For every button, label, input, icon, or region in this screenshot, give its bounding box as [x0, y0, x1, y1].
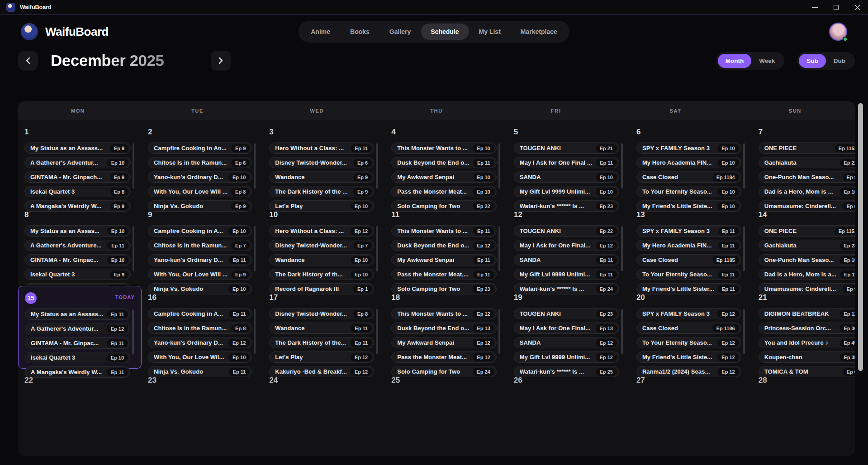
episode-chip[interactable]: The Dark History of the ... Ep 9 — [269, 186, 374, 197]
day-cell[interactable]: 5 TOUGEN ANKI Ep 21 May I Ask for One Fi… — [508, 120, 630, 203]
episode-chip[interactable]: Isekai Quartet 3 Ep 9 — [24, 269, 131, 280]
cell-scrollbar[interactable] — [376, 226, 378, 271]
episode-chip[interactable]: My Awkward Senpai Ep 10 — [391, 171, 497, 183]
episode-chip[interactable]: With You, Our Love Will ... Ep 8 — [148, 186, 252, 197]
episode-chip[interactable]: Isekai Quartet 3 Ep 10 — [25, 352, 130, 363]
day-cell[interactable]: 8 My Status as an Assas... Ep 10 A Gathe… — [18, 203, 142, 286]
audio-dub[interactable]: Dub — [826, 54, 853, 68]
episode-chip[interactable]: Gachiakuta Ep 23 — [759, 240, 855, 251]
episode-chip[interactable]: GINTAMA - Mr. Ginpac... Ep 10 — [24, 254, 131, 266]
day-cell[interactable]: 18 This Monster Wants to ... Ep 12 Dusk … — [385, 286, 508, 369]
tab-schedule[interactable]: Schedule — [421, 24, 469, 40]
episode-chip[interactable]: Pass the Monster Meat,... Ep 11 — [391, 269, 497, 280]
episode-chip[interactable]: Princess-Session Orc... Ep 36 — [759, 323, 855, 334]
episode-chip[interactable]: My Status as an Assas... Ep 10 — [24, 225, 131, 237]
episode-chip[interactable]: Dusk Beyond the End o... Ep 12 — [391, 240, 497, 251]
episode-chip[interactable]: This Monster Wants to ... Ep 10 — [391, 142, 497, 154]
episode-chip[interactable]: Hero Without a Class: ... Ep 12 — [269, 225, 374, 237]
episode-chip[interactable]: May I Ask for One Final... Ep 12 — [514, 240, 619, 251]
cell-scrollbar[interactable] — [498, 143, 500, 189]
episode-chip[interactable]: SANDA Ep 12 — [514, 337, 619, 348]
cell-scrollbar[interactable] — [254, 143, 256, 189]
episode-chip[interactable]: SANDA Ep 11 — [514, 254, 619, 266]
episode-chip[interactable]: A Gatherer's Adventur... Ep 10 — [24, 157, 131, 168]
day-cell[interactable]: 15 TODAY My Status as an Assass... Ep 11… — [18, 286, 142, 369]
day-cell[interactable]: 12 TOUGEN ANKI Ep 22 May I Ask for One F… — [508, 203, 630, 286]
cell-scrollbar[interactable] — [621, 309, 623, 354]
vertical-scrollbar[interactable] — [858, 103, 863, 371]
cell-scrollbar[interactable] — [376, 309, 378, 354]
episode-chip[interactable]: Campfire Cooking in A... Ep 10 — [148, 225, 252, 237]
episode-chip[interactable]: Disney Twisted-Wonder... Ep 7 — [269, 240, 374, 251]
episode-chip[interactable]: The Dark History of the... Ep 11 — [269, 337, 374, 348]
day-cell[interactable]: 6 SPY x FAMILY Season 3 Ep 10 My Hero Ac… — [630, 120, 752, 203]
episode-chip[interactable]: Yano-kun's Ordinary D... Ep 12 — [148, 337, 252, 348]
user-avatar[interactable] — [829, 23, 847, 41]
day-cell[interactable]: 7 ONE PIECE Ep 1152 Gachiakuta Ep 22 One… — [752, 120, 855, 203]
day-cell[interactable]: 17 Disney Twisted-Wonder... Ep 8 Wandanc… — [263, 286, 385, 369]
audio-sub[interactable]: Sub — [799, 54, 826, 68]
day-cell[interactable]: 24 — [263, 369, 385, 451]
day-cell[interactable]: 28 — [752, 369, 855, 451]
day-cell[interactable]: 20 SPY x FAMILY Season 3 Ep 12 Case Clos… — [630, 286, 752, 369]
view-week[interactable]: Week — [751, 54, 783, 68]
episode-chip[interactable]: Case Closed Ep 1185 — [636, 254, 741, 266]
episode-chip[interactable]: Koupen-chan Ep 38 — [759, 351, 855, 363]
view-month[interactable]: Month — [718, 54, 751, 68]
day-cell[interactable]: 19 TOUGEN ANKI Ep 23 May I Ask for One F… — [508, 286, 630, 369]
tab-gallery[interactable]: Gallery — [379, 24, 421, 40]
episode-chip[interactable]: SPY x FAMILY Season 3 Ep 10 — [636, 142, 741, 154]
episode-chip[interactable]: My Status as an Assass... Ep 11 — [25, 308, 130, 320]
episode-chip[interactable]: My Gift Lvl 9999 Unlimi... Ep 11 — [514, 269, 619, 280]
episode-chip[interactable]: Pass the Monster Meat... Ep 10 — [391, 186, 497, 197]
episode-chip[interactable]: This Monster Wants to ... Ep 11 — [391, 225, 497, 237]
episode-chip[interactable]: The Dark History of th... Ep 10 — [269, 269, 374, 280]
episode-chip[interactable]: SPY x FAMILY Season 3 Ep 11 — [636, 225, 741, 237]
episode-chip[interactable]: SANDA Ep 10 — [514, 171, 619, 183]
cell-scrollbar[interactable] — [133, 143, 134, 189]
day-cell[interactable]: 10 Hero Without a Class: ... Ep 12 Disne… — [263, 203, 385, 286]
episode-chip[interactable]: TOUGEN ANKI Ep 23 — [514, 308, 619, 319]
cell-scrollbar[interactable] — [743, 143, 745, 189]
tab-my-list[interactable]: My List — [469, 24, 511, 40]
cell-scrollbar[interactable] — [743, 309, 745, 354]
episode-chip[interactable]: To Your Eternity Seaso... Ep 12 — [636, 337, 741, 348]
episode-chip[interactable]: DIGIMON BEATBREAK Ep 12 — [759, 308, 855, 319]
episode-chip[interactable]: Campfire Cooking in A... Ep 11 — [148, 308, 252, 319]
close-button[interactable] — [847, 0, 868, 14]
episode-chip[interactable]: With You, Our Love Wil... Ep 10 — [148, 351, 252, 363]
episode-chip[interactable]: My Hero Academia FIN... Ep 11 — [636, 240, 741, 251]
episode-chip[interactable]: One-Punch Man Seaso... Ep 9 — [759, 171, 855, 183]
episode-chip[interactable]: This Monster Wants to ... Ep 12 — [391, 308, 497, 319]
minimize-button[interactable] — [804, 0, 825, 14]
day-cell[interactable]: 1 My Status as an Assass... Ep 9 A Gathe… — [18, 120, 142, 203]
next-month-button[interactable] — [211, 51, 231, 71]
day-cell[interactable]: 4 This Monster Wants to ... Ep 10 Dusk B… — [385, 120, 508, 203]
cell-scrollbar[interactable] — [498, 226, 500, 271]
episode-chip[interactable]: Chitose Is in the Ramun... Ep 8 — [148, 323, 252, 334]
episode-chip[interactable]: To Your Eternity Seaso... Ep 10 — [636, 186, 741, 197]
cell-scrollbar[interactable] — [743, 226, 745, 271]
day-cell[interactable]: 2 Campfire Cooking in An... Ep 9 Chitose… — [142, 120, 263, 203]
day-cell[interactable]: 13 SPY x FAMILY Season 3 Ep 11 My Hero A… — [630, 203, 752, 286]
episode-chip[interactable]: SPY x FAMILY Season 3 Ep 12 — [636, 308, 741, 319]
cell-scrollbar[interactable] — [254, 309, 256, 354]
day-cell[interactable]: 14 ONE PIECE Ep 1153 Gachiakuta Ep 23 On… — [752, 203, 855, 286]
episode-chip[interactable]: My Gift Lvl 9999 Unlimi... Ep 10 — [514, 186, 619, 197]
episode-chip[interactable]: My Awkward Senpai Ep 12 — [391, 337, 497, 348]
episode-chip[interactable]: Pass the Monster Meat... Ep 12 — [391, 351, 497, 363]
episode-chip[interactable]: Disney Twisted-Wonder... Ep 6 — [269, 157, 374, 168]
episode-chip[interactable]: Gachiakuta Ep 22 — [759, 157, 855, 168]
episode-chip[interactable]: Chitose Is in the Ramun... Ep 6 — [148, 157, 252, 168]
episode-chip[interactable]: Disney Twisted-Wonder... Ep 8 — [269, 308, 374, 319]
episode-chip[interactable]: Dad is a Hero, Mom is a... Ep 11 — [759, 269, 855, 280]
episode-chip[interactable]: Yano-kun's Ordinary D... Ep 11 — [148, 254, 252, 266]
episode-chip[interactable]: May I Ask for One Final... Ep 13 — [514, 323, 619, 334]
maximize-button[interactable] — [825, 0, 847, 14]
episode-chip[interactable]: My Status as an Assass... Ep 9 — [24, 142, 131, 154]
day-cell[interactable]: 3 Hero Without a Class: ... Ep 11 Disney… — [263, 120, 385, 203]
episode-chip[interactable]: ONE PIECE Ep 1152 — [759, 142, 855, 154]
cell-scrollbar[interactable] — [376, 143, 378, 189]
day-cell[interactable]: 27 — [630, 369, 752, 451]
episode-chip[interactable]: Wandance Ep 9 — [269, 171, 374, 183]
